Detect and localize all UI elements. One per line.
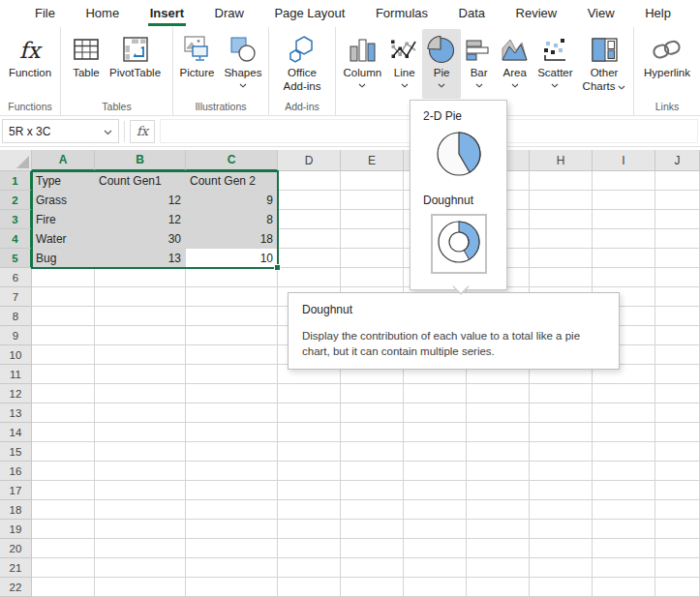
cell-D13[interactable] — [278, 403, 341, 423]
bar-chart-button[interactable]: Bar — [461, 29, 497, 99]
cell-E12[interactable] — [341, 384, 404, 403]
tab-help[interactable]: Help — [643, 1, 673, 26]
cell-B20[interactable] — [95, 539, 186, 558]
cell-C11[interactable] — [186, 365, 278, 384]
cell-A12[interactable] — [32, 384, 95, 403]
area-chart-button[interactable]: Area — [497, 29, 533, 99]
cell-A21[interactable] — [32, 558, 95, 578]
cell-A2[interactable]: Grass — [32, 191, 95, 210]
row-header-3[interactable]: 3 — [0, 210, 32, 229]
cell-J12[interactable] — [655, 384, 700, 403]
line-chart-button[interactable]: Line — [386, 29, 422, 99]
row-header-17[interactable]: 17 — [0, 481, 32, 500]
col-header-J[interactable]: J — [655, 150, 700, 171]
cell-I14[interactable] — [593, 423, 655, 442]
cell-B8[interactable] — [95, 307, 186, 326]
cell-B16[interactable] — [95, 462, 186, 481]
cell-H2[interactable] — [530, 191, 593, 210]
other-charts-button[interactable]: Other Charts — [578, 29, 631, 99]
cell-A10[interactable] — [32, 345, 95, 365]
chevron-down-icon[interactable] — [104, 125, 112, 138]
cell-F14[interactable] — [404, 423, 467, 442]
cell-C15[interactable] — [186, 442, 278, 462]
cell-I3[interactable] — [593, 210, 655, 229]
cell-B3[interactable]: 12 — [95, 210, 186, 229]
cell-B6[interactable] — [95, 268, 186, 287]
pie-chart-button[interactable]: Pie — [422, 29, 461, 99]
cell-H14[interactable] — [530, 423, 593, 442]
cell-J3[interactable] — [655, 210, 700, 229]
cell-A17[interactable] — [32, 481, 95, 500]
cell-D3[interactable] — [278, 210, 341, 229]
cell-G13[interactable] — [467, 403, 530, 423]
cell-B10[interactable] — [95, 345, 186, 365]
cell-G17[interactable] — [467, 481, 530, 500]
cell-A3[interactable]: Fire — [32, 210, 95, 229]
cell-D15[interactable] — [278, 442, 341, 462]
cell-J5[interactable] — [655, 249, 700, 268]
cell-E17[interactable] — [341, 481, 404, 500]
cell-H13[interactable] — [530, 403, 593, 423]
row-header-5[interactable]: 5 — [0, 249, 32, 268]
cell-A7[interactable] — [32, 287, 95, 307]
chevron-down-icon[interactable] — [618, 80, 625, 94]
cell-D4[interactable] — [278, 229, 341, 249]
chevron-down-icon[interactable] — [511, 83, 519, 89]
cell-E21[interactable] — [341, 558, 404, 578]
cell-C18[interactable] — [186, 500, 278, 520]
cell-I16[interactable] — [593, 462, 655, 481]
cell-E18[interactable] — [341, 500, 404, 520]
select-all-corner[interactable] — [0, 150, 32, 171]
cell-I6[interactable] — [593, 268, 655, 287]
cell-H3[interactable] — [530, 210, 593, 229]
table-button[interactable]: Table — [68, 29, 105, 99]
cell-B4[interactable]: 30 — [95, 229, 186, 249]
cell-D18[interactable] — [278, 500, 341, 520]
row-header-4[interactable]: 4 — [0, 229, 32, 249]
cell-I2[interactable] — [593, 191, 655, 210]
cell-B19[interactable] — [95, 520, 186, 539]
cell-C7[interactable] — [186, 287, 278, 307]
cell-D1[interactable] — [278, 171, 341, 191]
cell-B2[interactable]: 12 — [95, 191, 186, 210]
cell-C3[interactable]: 8 — [186, 210, 278, 229]
function-button[interactable]: fx Function — [4, 29, 56, 99]
cell-D16[interactable] — [278, 462, 341, 481]
cell-A22[interactable] — [32, 578, 95, 597]
col-header-C[interactable]: C — [186, 150, 278, 171]
cell-C12[interactable] — [186, 384, 278, 403]
cell-A15[interactable] — [32, 442, 95, 462]
cell-C10[interactable] — [186, 345, 278, 365]
cell-J7[interactable] — [655, 287, 700, 307]
row-header-22[interactable]: 22 — [0, 578, 32, 597]
row-header-9[interactable]: 9 — [0, 326, 32, 345]
cell-G15[interactable] — [467, 442, 530, 462]
tab-draw[interactable]: Draw — [213, 1, 246, 26]
row-header-21[interactable]: 21 — [0, 558, 32, 578]
cell-E3[interactable] — [341, 210, 404, 229]
tab-review[interactable]: Review — [514, 1, 560, 26]
row-header-12[interactable]: 12 — [0, 384, 32, 403]
cell-H17[interactable] — [530, 481, 593, 500]
cell-J19[interactable] — [655, 520, 700, 539]
cell-A1[interactable]: Type — [32, 171, 95, 191]
cell-J6[interactable] — [655, 268, 700, 287]
row-header-16[interactable]: 16 — [0, 462, 32, 481]
cell-J18[interactable] — [655, 500, 700, 520]
cell-F20[interactable] — [404, 539, 467, 558]
cell-A5[interactable]: Bug — [32, 249, 95, 268]
cell-J4[interactable] — [655, 229, 700, 249]
cell-H12[interactable] — [530, 384, 593, 403]
cell-B22[interactable] — [95, 578, 186, 597]
cell-B9[interactable] — [95, 326, 186, 345]
cell-E14[interactable] — [341, 423, 404, 442]
cell-F17[interactable] — [404, 481, 467, 500]
row-header-7[interactable]: 7 — [0, 287, 32, 307]
cell-F13[interactable] — [404, 403, 467, 423]
cell-E15[interactable] — [341, 442, 404, 462]
cell-J17[interactable] — [655, 481, 700, 500]
cell-H6[interactable] — [530, 268, 593, 287]
tab-home[interactable]: Home — [83, 1, 121, 26]
tab-view[interactable]: View — [586, 1, 617, 26]
cell-H16[interactable] — [530, 462, 593, 481]
